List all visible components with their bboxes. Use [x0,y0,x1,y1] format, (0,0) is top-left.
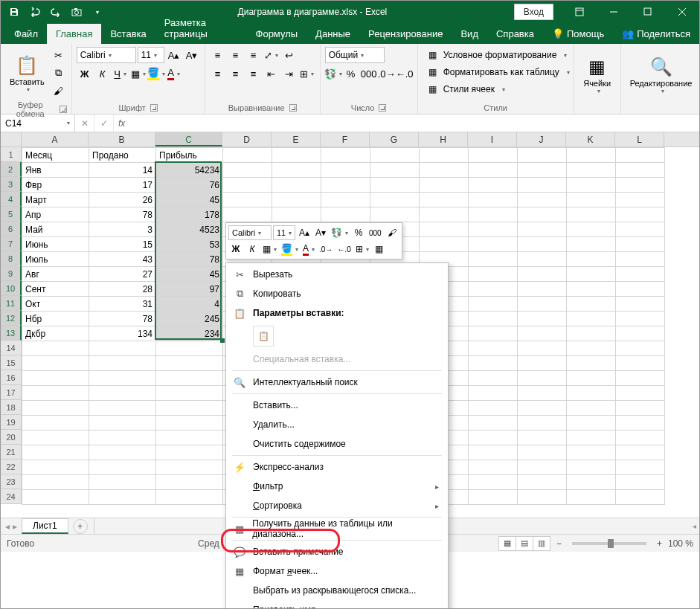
cell[interactable] [616,386,665,401]
cell[interactable] [321,207,370,222]
view-page-layout-icon[interactable]: ▤ [516,536,533,551]
cell[interactable] [518,267,567,282]
cell[interactable] [272,163,321,178]
sheet-tab[interactable]: Лист1 [22,518,68,534]
cells-button[interactable]: ▦ Ячейки▾ [579,54,616,96]
cell[interactable] [567,386,616,401]
percent-format-icon[interactable]: % [343,65,359,82]
cell[interactable] [469,356,518,371]
cell[interactable] [616,207,665,222]
cell[interactable] [370,148,420,163]
cell[interactable] [616,193,665,207]
sheet-nav-prev-icon[interactable]: ◂ [5,521,10,532]
cell[interactable]: Прибыль [156,148,223,163]
cell[interactable] [469,222,518,237]
cell[interactable] [469,267,518,282]
cm-quick-analysis[interactable]: ⚡Экспресс-анализ [226,457,448,477]
cm-insert-comment[interactable]: 💬Вставить примечание [226,542,448,561]
cell[interactable] [223,207,272,222]
col-header-H[interactable]: H [419,132,468,146]
cell[interactable]: 28 [89,282,156,297]
col-header-F[interactable]: F [321,132,370,146]
cell[interactable] [567,356,616,371]
cell[interactable] [567,282,616,297]
cell[interactable] [518,193,567,207]
row-header-2[interactable]: 2 [1,162,22,177]
cell[interactable]: Нбр [22,312,89,326]
cell[interactable] [518,341,567,356]
cell[interactable]: Июль [22,252,89,267]
cell[interactable]: 14 [89,163,156,178]
cell[interactable]: Окт [22,297,89,312]
zoom-level[interactable]: 100 % [668,538,693,549]
cell[interactable] [616,371,665,386]
row-header-23[interactable]: 23 [1,474,22,489]
border-button[interactable]: ▦▾ [130,65,147,82]
number-format-combo[interactable]: Общий▾ [325,47,385,63]
cell[interactable] [518,371,567,386]
cm-clear[interactable]: Очистить содержимое [226,434,448,454]
cell[interactable]: 15 [89,237,156,252]
cell[interactable]: 178 [156,207,223,222]
row-header-12[interactable]: 12 [1,311,22,326]
mt-format-painter-icon[interactable]: 🖌 [385,225,399,240]
row-header-14[interactable]: 14 [1,341,22,355]
cell[interactable]: Май [22,222,89,237]
cell[interactable]: 78 [156,252,223,267]
share-button[interactable]: 👥Поделиться [613,24,699,44]
cell[interactable] [518,460,567,475]
cell[interactable]: Апр [22,207,89,222]
cell[interactable] [469,148,518,163]
col-header-C[interactable]: C [155,132,222,146]
cell[interactable] [469,282,518,297]
col-header-J[interactable]: J [517,132,566,146]
cell[interactable] [567,490,616,505]
col-header-G[interactable]: G [370,132,419,146]
cell[interactable]: 97 [156,282,223,297]
mt-font-color-button[interactable]: A▾ [301,242,316,257]
col-header-B[interactable]: B [89,132,155,146]
fill-handle[interactable] [220,338,225,343]
cm-filter[interactable]: Фильтр▸ [226,477,448,496]
cell[interactable] [469,416,518,431]
mt-cond-format-icon[interactable]: ▦ [372,242,387,257]
cell[interactable] [469,445,518,460]
cell[interactable] [370,207,420,222]
cell[interactable] [420,222,469,237]
view-page-break-icon[interactable]: ▥ [533,536,550,551]
accounting-format-icon[interactable]: 💱▾ [325,65,341,82]
cell[interactable] [567,475,616,490]
cell[interactable] [370,193,420,207]
cell[interactable] [616,178,665,193]
minimize-icon[interactable] [597,1,631,23]
cell[interactable] [420,178,469,193]
row-header-24[interactable]: 24 [1,489,22,504]
cm-define-name[interactable]: Присвоить имя... [226,600,448,609]
cell[interactable] [518,163,567,178]
tab-insert[interactable]: Вставка [101,24,155,44]
cell[interactable] [616,222,665,237]
cell[interactable]: 43 [89,252,156,267]
cell[interactable] [89,460,156,475]
cell[interactable] [518,416,567,431]
cell[interactable] [518,312,567,326]
cell[interactable] [518,475,567,490]
cell[interactable]: Янв [22,163,89,178]
cell[interactable] [156,475,223,490]
cell[interactable] [22,356,89,371]
cell[interactable] [156,386,223,401]
tab-formulas[interactable]: Формулы [247,24,307,44]
row-header-8[interactable]: 8 [1,251,22,266]
tab-help[interactable]: Справка [487,24,543,44]
tell-me[interactable]: 💡Помощь [543,24,613,44]
cell[interactable] [518,207,567,222]
cell[interactable] [616,445,665,460]
row-header-11[interactable]: 11 [1,296,22,311]
col-header-L[interactable]: L [615,132,664,146]
cell[interactable] [22,416,89,431]
cell[interactable] [567,401,616,416]
cm-delete[interactable]: Удалить... [226,415,448,434]
cell[interactable] [616,401,665,416]
cell[interactable] [156,490,223,505]
cm-pick-from-list[interactable]: Выбрать из раскрывающегося списка... [226,581,448,600]
